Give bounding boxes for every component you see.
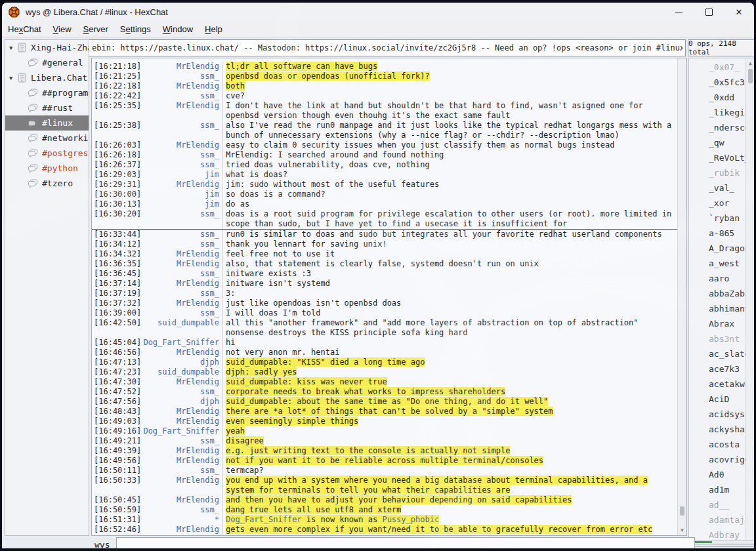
timestamp: [16:46:56] — [94, 348, 141, 357]
message-text: also, that statement is clearly false, s… — [222, 259, 539, 269]
tree-item-libera.chat[interactable]: ▼Libera.Chat — [5, 70, 89, 85]
timestamp: [16:50:11] — [94, 466, 141, 476]
userlist-scrollbar-thumb[interactable] — [748, 69, 753, 83]
nick: MrElendig — [177, 101, 219, 111]
window-frame: wys @ Libera.Chat / #linux - HexChat ✕ H… — [2, 3, 754, 548]
nick: ssm_ — [200, 387, 219, 397]
user-item[interactable]: _rubik — [689, 165, 746, 180]
chat-row-meta: [16:45:04]Dog_Fart_Sniffer — [92, 338, 222, 348]
maximize-icon — [705, 9, 713, 16]
tree-item-xing-hai-zhai[interactable]: ▼Xing-Hai-Zhai — [5, 40, 89, 55]
user-item[interactable]: _ReVoLt_ — [689, 150, 746, 165]
chat-row: [16:21:25]ssm_openbsd doas or opendoas (… — [92, 71, 678, 81]
user-item[interactable]: abbaZaba — [689, 286, 746, 301]
message-text: cve? — [222, 91, 245, 101]
user-item[interactable]: Abrax — [689, 316, 746, 331]
tree-item-networking[interactable]: #networking — [5, 131, 89, 146]
menu-server[interactable]: Server — [77, 23, 114, 35]
user-item[interactable]: a-865 — [689, 226, 746, 241]
nick: MrElendig — [177, 525, 219, 535]
input-row: wys — [2, 536, 754, 548]
menu-window[interactable]: Window — [157, 23, 199, 35]
expander-arrow-icon[interactable]: ▼ — [9, 45, 17, 51]
user-item[interactable]: abhimany — [689, 301, 746, 316]
user-item[interactable]: adamtajt — [689, 512, 746, 527]
tree-item-linux[interactable]: #linux — [5, 115, 89, 131]
user-item[interactable]: ad1m — [689, 482, 746, 497]
close-button[interactable]: ✕ — [724, 3, 754, 22]
scroll-down-icon[interactable]: ▼ — [678, 527, 686, 533]
user-item[interactable]: acosta — [689, 437, 746, 452]
chat-row: [16:33:44]ssm_run0 is similar to doas an… — [92, 230, 678, 239]
user-item[interactable]: _0xdd — [689, 90, 746, 105]
chat-row-meta: [16:49:21]ssm_ — [92, 436, 222, 446]
timestamp: [16:49:21] — [94, 436, 141, 446]
chat-row-meta — [92, 219, 222, 229]
chat-row: [16:49:39]MrElendige.g. just writing tex… — [92, 446, 678, 456]
user-item[interactable]: abs3nt — [689, 331, 746, 346]
menu-hexchat[interactable]: HexChat — [2, 23, 47, 35]
nick: ssm_ — [200, 71, 219, 81]
channel-icon — [28, 89, 38, 98]
user-item[interactable]: _likegik — [689, 105, 746, 120]
user-item[interactable]: ace7k3 — [689, 361, 746, 377]
menu-help[interactable]: Help — [199, 23, 228, 35]
menu-settings[interactable]: Settings — [114, 23, 157, 35]
user-item[interactable]: ackyshak — [689, 422, 746, 437]
tree-item-tzero[interactable]: #tzero — [5, 176, 89, 191]
user-item[interactable]: _0x5fc3 — [689, 75, 746, 90]
chat-row-meta: [16:25:38]ssm_ — [92, 121, 222, 131]
chat-row: system for terminals to tell you what th… — [92, 485, 678, 495]
user-item[interactable]: _0x07_ — [689, 60, 746, 75]
user-item[interactable]: acovrig6 — [689, 452, 746, 467]
user-item[interactable]: ad__ — [689, 497, 746, 512]
chat-row: scope than sudo, but I have yet to find … — [92, 219, 678, 229]
titlebar[interactable]: wys @ Libera.Chat / #linux - HexChat ✕ — [2, 3, 754, 22]
user-item[interactable]: acetakwa — [689, 377, 746, 392]
tree-item-rust[interactable]: ##rust — [5, 100, 89, 115]
chat-row: [16:36:35]MrElendigalso, that statement … — [92, 259, 678, 269]
user-item[interactable]: A_Dragon — [689, 241, 746, 256]
message-text: doas is a root suid program for privileg… — [222, 209, 671, 219]
server-tree[interactable]: ▼Xing-Hai-Zhai#general▼Libera.Chat##prog… — [5, 39, 89, 536]
user-item[interactable]: AciD — [689, 392, 746, 407]
tree-item-python[interactable]: #python — [5, 161, 89, 176]
user-item[interactable]: _val_ — [689, 180, 746, 195]
user-item[interactable]: `ryban — [689, 211, 746, 226]
user-item[interactable]: _xor — [689, 195, 746, 211]
scroll-up-icon[interactable]: ▲ — [746, 60, 754, 66]
chat-row-meta: [16:49:56]MrElendig — [92, 456, 222, 466]
chat-row: [16:22:42]ssm_cve? — [92, 91, 678, 101]
chat-row: [16:34:12]ssm_thank you lennart for savi… — [92, 239, 678, 249]
hexchat-logo-icon — [9, 7, 20, 18]
expander-arrow-icon[interactable]: ▼ — [9, 75, 17, 81]
tree-item-programming[interactable]: ##programming — [5, 85, 89, 100]
tree-item-general[interactable]: #general — [5, 55, 89, 70]
user-item[interactable]: aaro — [689, 271, 746, 286]
chat-row: [16:30:13]jimdo as — [92, 199, 678, 209]
tree-item-postgresql[interactable]: #postgresql — [5, 146, 89, 161]
user-item[interactable]: acidsys — [689, 407, 746, 422]
maximize-button[interactable] — [694, 3, 724, 22]
user-item[interactable]: ac_slate — [689, 346, 746, 361]
message-text: scope than sudo, but I have yet to find … — [222, 219, 567, 229]
menu-view[interactable]: View — [47, 23, 77, 35]
message-input[interactable] — [116, 537, 695, 549]
timestamp: [16:33:44] — [94, 230, 141, 239]
topic-input[interactable] — [89, 40, 685, 56]
message-text: jim: sudo without most of the useful fea… — [222, 180, 439, 190]
user-item[interactable]: _qw — [689, 135, 746, 150]
user-item[interactable]: _ndersco — [689, 120, 746, 135]
window-controls: ✕ — [663, 3, 754, 22]
timestamp: [16:30:13] — [94, 199, 141, 209]
minimize-button[interactable] — [663, 3, 694, 22]
userlist-scrollbar[interactable]: ▲ — [746, 58, 754, 541]
user-item[interactable]: Ad0 — [689, 467, 746, 482]
chat-row: [16:34:32]MrElendigfeel free not to use … — [92, 249, 678, 259]
timestamp: [16:50:33] — [94, 476, 141, 485]
user-item[interactable]: a_west — [689, 256, 746, 271]
chat-scrollbar[interactable]: ▼ — [677, 58, 686, 535]
nick: djph — [200, 357, 219, 367]
chat-row-meta: [16:22:42]ssm_ — [92, 91, 222, 101]
chat-scrollbar-thumb[interactable] — [680, 506, 684, 516]
